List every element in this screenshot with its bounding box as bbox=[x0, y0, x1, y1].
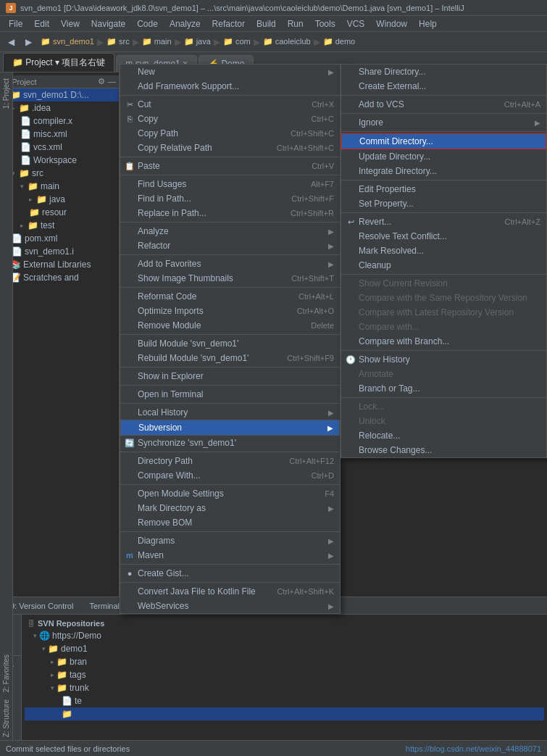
tree-src[interactable]: ▾ 📁 src bbox=[0, 167, 119, 180]
close-icon[interactable]: — bbox=[108, 77, 116, 86]
sub-update-dir[interactable]: Update Directory... bbox=[341, 149, 546, 164]
tree-main[interactable]: ▾ 📁 main bbox=[0, 180, 119, 193]
ctx-open-terminal[interactable]: Open in Terminal bbox=[120, 387, 340, 402]
ctx-find-usages[interactable]: Find Usages Alt+F7 bbox=[120, 177, 340, 191]
sub-show-history[interactable]: 🕐 Show History bbox=[341, 352, 546, 367]
ctx-rebuild-module[interactable]: Rebuild Module 'svn_demo1' Ctrl+Shift+F9 bbox=[120, 351, 340, 365]
sub-add-to-vcs[interactable]: Add to VCS Ctrl+Alt+A bbox=[341, 97, 546, 112]
sub-compare-branch[interactable]: Compare with Branch... bbox=[341, 334, 546, 349]
ctx-remove-bom[interactable]: Remove BOM bbox=[120, 515, 340, 530]
ctx-module-settings[interactable]: Open Module Settings F4 bbox=[120, 486, 340, 501]
ctx-compare-with[interactable]: Compare With... Ctrl+D bbox=[120, 468, 340, 483]
ctx-reformat[interactable]: Reformat Code Ctrl+Alt+L bbox=[120, 289, 340, 304]
sub-revert[interactable]: ↩ Revert... Ctrl+Alt+Z bbox=[341, 215, 546, 229]
ctx-copy-path[interactable]: Copy Path Ctrl+Shift+C bbox=[120, 126, 340, 141]
menu-help[interactable]: Help bbox=[413, 17, 443, 30]
menu-file[interactable]: File bbox=[3, 17, 28, 30]
tree-svn-demo-iml[interactable]: 📄 svn_demo1.i bbox=[0, 245, 119, 258]
stripe-structure[interactable]: Z: Structure bbox=[1, 697, 12, 740]
ctx-maven[interactable]: m Maven ▶ bbox=[120, 548, 340, 562]
stripe-project[interactable]: 1: Project bbox=[1, 75, 12, 112]
ctx-dir-path[interactable]: Directory Path Ctrl+Alt+F12 bbox=[120, 454, 340, 468]
tree-idea[interactable]: ▸ 📁 .idea bbox=[0, 101, 119, 115]
menu-code[interactable]: Code bbox=[131, 17, 164, 30]
menu-analyze[interactable]: Analyze bbox=[164, 17, 206, 30]
sub-cleanup[interactable]: Cleanup bbox=[341, 258, 546, 273]
ctx-mark-directory[interactable]: Mark Directory as ▶ bbox=[120, 501, 340, 515]
toolbar-back[interactable]: ◀ bbox=[3, 34, 19, 50]
ctx-show-thumbnails[interactable]: Show Image Thumbnails Ctrl+Shift+T bbox=[120, 271, 340, 286]
menu-window[interactable]: Window bbox=[370, 17, 413, 30]
tree-scratches[interactable]: ▸ 📝 Scratches and bbox=[0, 271, 119, 284]
ctx-diagrams[interactable]: Diagrams ▶ bbox=[120, 533, 340, 548]
gear-icon[interactable]: ⚙ bbox=[98, 77, 105, 86]
ctx-webservices[interactable]: WebServices ▶ bbox=[120, 599, 340, 613]
sub-commit-dir[interactable]: Commit Directory... bbox=[341, 133, 546, 149]
ctx-replace-in-path[interactable]: Replace in Path... Ctrl+Shift+R bbox=[120, 206, 340, 220]
ctx-new[interactable]: New ▶ bbox=[120, 65, 340, 79]
tree-compiler[interactable]: 📄 compiler.x bbox=[0, 115, 119, 128]
ctx-synchronize[interactable]: 🔄 Synchronize 'svn_demo1' bbox=[120, 436, 340, 450]
tree-pom[interactable]: 📄 pom.xml bbox=[0, 232, 119, 245]
toolbar-forward[interactable]: ▶ bbox=[20, 34, 36, 50]
sub-relocate[interactable]: Relocate... bbox=[341, 428, 546, 443]
menu-view[interactable]: View bbox=[55, 17, 85, 30]
sub-integrate-dir[interactable]: Integrate Directory... bbox=[341, 164, 546, 178]
svn-branches[interactable]: ▸ 📁 bran bbox=[25, 655, 544, 668]
svn-trunk[interactable]: ▾ 📁 trunk bbox=[25, 681, 544, 694]
ctx-add-to-favorites[interactable]: Add to Favorites ▶ bbox=[120, 257, 340, 271]
svn-url-label: https://Demo bbox=[52, 631, 101, 641]
menu-tools[interactable]: Tools bbox=[309, 17, 341, 30]
tree-workspace[interactable]: 📄 Workspace bbox=[0, 154, 119, 167]
tree-misc[interactable]: 📄 misc.xml bbox=[0, 128, 119, 141]
tree-external-libs[interactable]: ▸ 📚 External Libraries bbox=[0, 258, 119, 271]
tree-java[interactable]: ▸ 📁 java bbox=[0, 193, 119, 206]
svn-tags[interactable]: ▸ 📁 tags bbox=[25, 668, 544, 681]
ctx-copy-label: Copy bbox=[138, 114, 158, 124]
ctx-copy-relative-path[interactable]: Copy Relative Path Ctrl+Alt+Shift+C bbox=[120, 141, 340, 155]
ctx-find-in-path[interactable]: Find in Path... Ctrl+Shift+F bbox=[120, 191, 340, 206]
ctx-local-history[interactable]: Local History ▶ bbox=[120, 405, 340, 420]
breadcrumb-src: 📁 src bbox=[107, 37, 130, 46]
menu-vcs[interactable]: VCS bbox=[341, 17, 371, 30]
tree-resources[interactable]: 📁 resour bbox=[0, 206, 119, 219]
sub-share-dir[interactable]: Share Directory... bbox=[341, 65, 546, 79]
tree-test[interactable]: ▸ 📁 test bbox=[0, 219, 119, 232]
sub-browse-changes[interactable]: Browse Changes... bbox=[341, 443, 546, 457]
ctx-subversion[interactable]: Subversion ▶ bbox=[120, 420, 340, 436]
ctx-create-gist[interactable]: ● Create Gist... bbox=[120, 566, 340, 581]
sub-ignore[interactable]: Ignore ▶ bbox=[341, 115, 546, 130]
menu-refactor[interactable]: Refactor bbox=[206, 17, 251, 30]
ctx-analyze[interactable]: Analyze ▶ bbox=[120, 224, 340, 238]
menu-run[interactable]: Run bbox=[282, 17, 309, 30]
menu-edit[interactable]: Edit bbox=[28, 17, 55, 30]
sub-mark-resolved[interactable]: Mark Resolved... bbox=[341, 244, 546, 258]
tab-version-control[interactable]: 9: Version Control bbox=[3, 600, 80, 612]
menu-build[interactable]: Build bbox=[251, 17, 282, 30]
ctx-show-explorer[interactable]: Show in Explorer bbox=[120, 369, 340, 383]
ctx-find-in-path-label: Find in Path... bbox=[138, 194, 191, 204]
ctx-optimize-imports[interactable]: Optimize Imports Ctrl+Alt+O bbox=[120, 304, 340, 318]
ctx-paste[interactable]: 📋 Paste Ctrl+V bbox=[120, 159, 340, 173]
ctx-remove-module[interactable]: Remove Module Delete bbox=[120, 318, 340, 333]
ctx-copy[interactable]: ⎘ Copy Ctrl+C bbox=[120, 112, 340, 126]
ctx-cut[interactable]: ✂ Cut Ctrl+X bbox=[120, 97, 340, 112]
svn-selected-folder[interactable]: 📁 bbox=[25, 707, 544, 720]
ctx-build-module[interactable]: Build Module 'svn_demo1' bbox=[120, 336, 340, 351]
svn-url[interactable]: ▾ 🌐 https://Demo bbox=[25, 629, 544, 642]
svn-trunk-te[interactable]: 📄 te bbox=[25, 694, 544, 707]
sub-edit-props[interactable]: Edit Properties bbox=[341, 182, 546, 196]
tree-vcs[interactable]: 📄 vcs.xml bbox=[0, 141, 119, 154]
stripe-favorites[interactable]: 2: Favorites bbox=[1, 652, 12, 695]
menu-navigate[interactable]: Navigate bbox=[85, 17, 131, 30]
sub-branch-or-tag[interactable]: Branch or Tag... bbox=[341, 381, 546, 396]
sub-create-external[interactable]: Create External... bbox=[341, 79, 546, 94]
ctx-convert-kotlin[interactable]: Convert Java File to Kotlin File Ctrl+Al… bbox=[120, 584, 340, 599]
sub-resolve-conflict[interactable]: Resolve Text Conflict... bbox=[341, 229, 546, 244]
svn-demo1-folder[interactable]: ▾ 📁 demo1 bbox=[25, 642, 544, 655]
tree-svn-demo1[interactable]: ▾ 📁 svn_demo1 D:\... bbox=[0, 88, 119, 101]
ctx-add-framework[interactable]: Add Framework Support... bbox=[120, 79, 340, 94]
tab-project[interactable]: 📁 Project ▾ 项目名右键 bbox=[3, 53, 114, 72]
ctx-refactor[interactable]: Refactor ▶ bbox=[120, 238, 340, 253]
sub-set-property[interactable]: Set Property... bbox=[341, 196, 546, 211]
